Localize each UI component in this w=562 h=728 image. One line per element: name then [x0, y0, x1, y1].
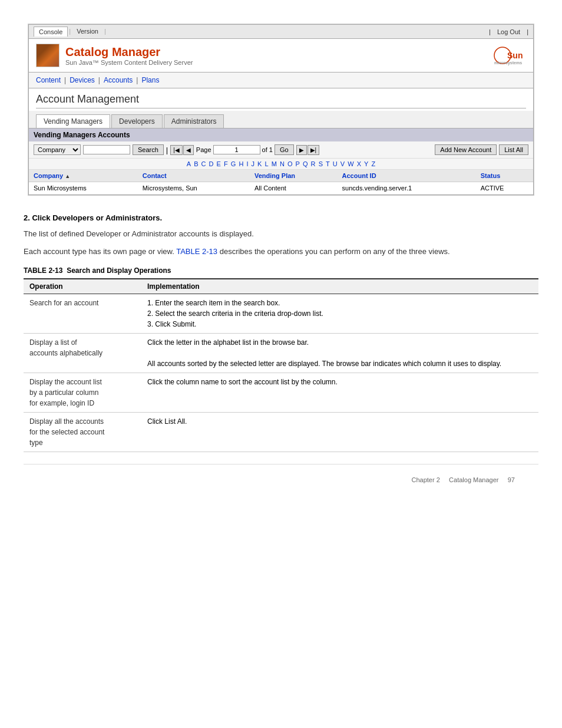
page-title: Account Management — [36, 93, 526, 106]
ref-table-row-all: Display all the accountsfor the selected… — [24, 413, 538, 452]
alpha-p[interactable]: P — [296, 160, 300, 167]
footer-chapter: Chapter 2 — [411, 476, 439, 483]
alpha-v[interactable]: V — [340, 160, 345, 167]
ref-op-all: Display all the accountsfor the selected… — [24, 413, 141, 452]
svg-text:Sun: Sun — [507, 51, 523, 60]
search-criteria-dropdown[interactable]: Company Contact Account ID — [34, 144, 81, 155]
alpha-x[interactable]: X — [357, 160, 361, 167]
nav-content[interactable]: Content — [36, 76, 61, 84]
col-status[interactable]: Status — [476, 170, 533, 182]
alpha-i[interactable]: I — [246, 160, 248, 167]
header-image — [36, 44, 59, 67]
table-caption: TABLE 2-13 Search and Display Operations — [24, 266, 538, 275]
tab-developers[interactable]: Developers — [111, 114, 163, 128]
ref-table-row-alpha: Display a list ofaccounts alphabetically… — [24, 334, 538, 373]
go-button[interactable]: Go — [275, 144, 294, 155]
nav-devices[interactable]: Devices — [70, 76, 95, 84]
next-page-button[interactable]: ▶ — [296, 145, 307, 155]
alpha-a[interactable]: A — [187, 160, 191, 167]
alpha-g[interactable]: G — [231, 160, 236, 167]
col-vending-plan[interactable]: Vending Plan — [250, 170, 338, 182]
nav-accounts[interactable]: Accounts — [104, 76, 133, 84]
ref-table-row-search: Search for an account 1. Enter the searc… — [24, 294, 538, 334]
secondary-nav: Content | Devices | Accounts | Plans — [28, 73, 534, 88]
cell-contact: Microsystems, Sun — [138, 182, 250, 195]
cell-company: Sun Microsystems — [29, 182, 138, 195]
nav-plans[interactable]: Plans — [141, 76, 159, 84]
alpha-t[interactable]: T — [326, 160, 330, 167]
alpha-k[interactable]: K — [257, 160, 262, 167]
console-tab[interactable]: Console — [34, 27, 68, 37]
cell-account-id: suncds.vending.server.1 — [338, 182, 476, 195]
ref-impl-search: 1. Enter the search item in the search b… — [141, 294, 538, 334]
step2-text1: The list of defined Developer or Adminis… — [24, 228, 538, 240]
alpha-m[interactable]: M — [272, 160, 277, 167]
ref-col-operation: Operation — [24, 279, 141, 294]
alpha-bar: A B C D E F G H I J K L M N O P Q R S T — [29, 159, 533, 170]
ref-op-alpha: Display a list ofaccounts alphabetically — [24, 334, 141, 373]
ref-table-row-column: Display the account listby a particular … — [24, 373, 538, 413]
header-area: Catalog Manager Sun Java™ System Content… — [28, 39, 534, 73]
tab-administrators[interactable]: Administrators — [164, 114, 224, 128]
sun-logo-svg: Sun microsystems — [491, 45, 526, 66]
col-company[interactable]: Company ▲ — [29, 170, 138, 182]
step2-text2: Each account type has its own page or vi… — [24, 246, 538, 258]
ref-col-implementation: Implementation — [141, 279, 538, 294]
alpha-d[interactable]: D — [209, 160, 214, 167]
alpha-b[interactable]: B — [194, 160, 198, 167]
alpha-w[interactable]: W — [348, 160, 353, 167]
table-header-row: Company ▲ Contact Vending Plan Account I… — [29, 170, 533, 182]
add-new-account-button[interactable]: Add New Account — [435, 144, 497, 155]
alpha-u[interactable]: U — [333, 160, 338, 167]
table213-link[interactable]: TABLE 2-13 — [176, 247, 217, 256]
ref-impl-alpha: Click the letter in the alphabet list in… — [141, 334, 538, 373]
alpha-j[interactable]: J — [252, 160, 255, 167]
logout-link[interactable]: Log Out — [492, 27, 525, 37]
title-divider — [36, 108, 526, 108]
top-nav: Console | Version | | Log Out | — [28, 24, 534, 39]
page-info: Page 1 of 1 Go — [196, 144, 294, 155]
alpha-o[interactable]: O — [287, 160, 293, 167]
tab-vending-managers[interactable]: Vending Managers — [36, 114, 110, 128]
col-contact[interactable]: Contact — [138, 170, 250, 182]
alpha-y[interactable]: Y — [364, 160, 368, 167]
alpha-e[interactable]: E — [217, 160, 221, 167]
version-tab[interactable]: Version — [72, 27, 103, 37]
footer-section: Catalog Manager — [449, 476, 498, 483]
page-title-area: Account Management — [28, 88, 534, 111]
sun-logo: Sun microsystems — [491, 45, 526, 66]
svg-text:microsystems: microsystems — [494, 61, 522, 65]
ref-table: Operation Implementation Search for an a… — [24, 278, 538, 452]
alpha-z[interactable]: Z — [372, 160, 376, 167]
step2-heading: 2. Click Developers or Administrators. — [24, 213, 538, 222]
alpha-h[interactable]: H — [239, 160, 243, 167]
page-number-input[interactable]: 1 — [213, 145, 260, 154]
search-input[interactable] — [83, 145, 130, 154]
alpha-s[interactable]: S — [319, 160, 323, 167]
first-page-button[interactable]: |◀ — [170, 145, 183, 155]
search-button[interactable]: Search — [133, 144, 164, 155]
alpha-c[interactable]: C — [201, 160, 206, 167]
list-all-button[interactable]: List All — [499, 144, 528, 155]
accounts-subheader: Vending Managers Accounts — [29, 129, 533, 141]
table-caption-text: Search and Display Operations — [67, 266, 171, 275]
content-area: Vending Managers Accounts Company Contac… — [28, 129, 534, 195]
alpha-l[interactable]: L — [265, 160, 269, 167]
alpha-f[interactable]: F — [224, 160, 228, 167]
cell-status: ACTIVE — [476, 182, 533, 195]
alpha-r[interactable]: R — [311, 160, 316, 167]
col-account-id[interactable]: Account ID — [338, 170, 476, 182]
table-ref-label: TABLE 2-13 — [24, 266, 62, 275]
step-text: Click Developers or Administrators. — [32, 213, 162, 222]
alpha-n[interactable]: N — [280, 160, 285, 167]
step2-text2-after: describes the operations you can perform… — [220, 247, 450, 256]
accounts-table: Company ▲ Contact Vending Plan Account I… — [29, 170, 533, 195]
prev-page-button[interactable]: ◀ — [183, 145, 194, 155]
alpha-q[interactable]: Q — [303, 160, 308, 167]
ref-op-column: Display the account listby a particular … — [24, 373, 141, 413]
last-page-button[interactable]: ▶| — [308, 145, 320, 155]
cell-plan: All Content — [250, 182, 338, 195]
page-footer: Chapter 2 Catalog Manager 97 — [24, 464, 538, 495]
ref-op-search: Search for an account — [24, 294, 141, 334]
step-number: 2. — [24, 213, 32, 222]
